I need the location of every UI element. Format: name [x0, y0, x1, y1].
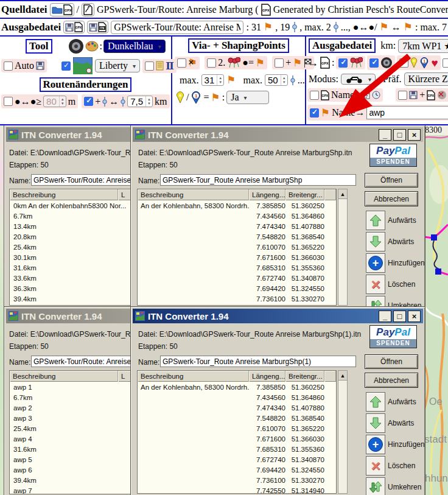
spin-down-icon[interactable]: ▼ — [219, 80, 222, 84]
table-row[interactable]: 7.54882051.368540 — [138, 231, 336, 242]
paypal-donate-button[interactable]: PayPal SPENDEN — [369, 325, 417, 348]
max-flags-stepper[interactable]: 31 ▲▼ — [201, 74, 225, 86]
move-up-button[interactable] — [366, 211, 385, 230]
table-row[interactable]: 20.8km — [10, 231, 131, 242]
table-row[interactable]: awp 4 — [10, 434, 131, 444]
table-row[interactable]: 30.1km — [10, 252, 131, 262]
praef-select[interactable]: Kürzere Z — [404, 72, 448, 86]
table-row[interactable]: awp 6 — [10, 465, 131, 475]
gpx-name-date-checkbox[interactable] — [310, 91, 319, 100]
table-row[interactable]: 7.73610051.330270 — [138, 475, 336, 485]
waypoint-prefix-input[interactable] — [366, 106, 448, 119]
km-select[interactable]: 7km WP1 ★ — [398, 39, 448, 53]
minimize-button[interactable]: _ — [379, 129, 391, 141]
table-row[interactable]: 7.67274051.340870 — [138, 454, 336, 465]
titlebar[interactable]: ITN Converter 1.94 _ □ × — [133, 309, 423, 323]
route-name-input[interactable] — [160, 356, 356, 367]
cancel-button[interactable]: Abbrechen — [365, 373, 418, 388]
save-gpx-button[interactable]: GPX — [63, 21, 85, 33]
list-checkbox[interactable] — [145, 61, 154, 71]
table-row[interactable]: 7.69442051.324550 — [138, 465, 336, 475]
waypoint-list[interactable]: Beschreibung L 0km An der Kohlenbahn5830… — [9, 189, 131, 306]
table-row[interactable]: 7.54882051.368540 — [138, 413, 336, 423]
tire-checkbox[interactable] — [369, 58, 379, 68]
open-button[interactable]: Öffnen — [365, 173, 418, 188]
table-row[interactable]: 7.61007051.365220 — [138, 242, 336, 252]
pins-heart-checkbox[interactable] — [399, 58, 408, 68]
second-pins-checkbox[interactable] — [207, 58, 216, 68]
map-strip[interactable]: 8300 Oe stadt hhun — [424, 124, 448, 495]
maximize-button[interactable]: □ — [393, 129, 406, 141]
shaping-interval-stepper[interactable]: 7,5 ▲▼ — [127, 96, 153, 107]
table-row[interactable]: 7.68531051.355360 — [138, 444, 336, 454]
table-row[interactable]: 6.7km — [10, 392, 131, 402]
add-button[interactable]: + — [366, 435, 385, 454]
table-row[interactable]: 31.6km — [10, 444, 131, 454]
minimize-button[interactable]: _ — [379, 311, 391, 322]
route-file-button[interactable] — [82, 3, 94, 16]
scrollbar[interactable]: ▲ — [338, 370, 348, 494]
table-row[interactable]: 7.47434051.407880 — [138, 402, 336, 413]
table-row[interactable]: 31.6km — [10, 262, 131, 273]
add-finish-checkbox[interactable] — [275, 58, 284, 68]
spin-down-icon[interactable]: ▼ — [147, 102, 151, 105]
extra-checkbox[interactable] — [443, 58, 448, 68]
column-laengengrad[interactable]: Längeng... — [249, 371, 285, 382]
open-button[interactable]: Öffnen — [365, 354, 418, 369]
shaping-interval-checkbox[interactable] — [84, 97, 93, 106]
spin-up-icon[interactable]: ▲ — [61, 97, 65, 101]
table-row[interactable]: awp 7 — [10, 485, 131, 494]
delete-button[interactable]: × — [366, 275, 385, 294]
move-down-button[interactable] — [366, 232, 385, 251]
name-prefix-checkbox[interactable] — [310, 108, 319, 118]
table-row[interactable]: 7.74255051.314940 — [138, 485, 336, 494]
map-button[interactable] — [73, 57, 93, 74]
table-row[interactable]: 36.3km — [10, 283, 131, 293]
pins-checkbox[interactable] — [338, 58, 348, 68]
column-laengengrad[interactable]: L — [118, 189, 131, 200]
table-row[interactable]: 7.68531051.355360 — [138, 262, 336, 273]
add-button[interactable]: + — [366, 253, 385, 273]
color-select[interactable]: Dunkelblau ▾ — [103, 40, 166, 53]
column-beschreibung[interactable]: Beschreibung — [138, 189, 249, 200]
table-row[interactable]: 7.73610051.330270 — [138, 293, 336, 304]
auto-checkbox[interactable] — [4, 61, 13, 71]
table-row[interactable]: 39.4km — [10, 293, 131, 304]
open-gpx-button[interactable]: GPX — [50, 3, 74, 16]
column-beschreibung[interactable]: Beschreibung — [10, 371, 118, 382]
close-button[interactable]: × — [408, 129, 421, 141]
waypoint-table[interactable]: Beschreibung Längeng... Breitengr... An … — [137, 370, 337, 494]
table-header[interactable]: Beschreibung Längeng... Breitengr... — [138, 189, 336, 200]
table-row[interactable]: 7.43456051.364860 — [138, 392, 336, 402]
spin-up-icon[interactable]: ▲ — [282, 76, 286, 80]
close-button[interactable]: × — [408, 311, 421, 322]
column-beschreibung[interactable]: Beschreibung — [138, 371, 249, 382]
table-row[interactable]: awp 1 — [10, 382, 131, 392]
cancel-button[interactable]: Abbrechen — [365, 191, 418, 206]
route-name-input[interactable] — [160, 174, 356, 186]
table-row[interactable]: An der Kohlenbahn, 58300 Nordrh...7.3858… — [138, 382, 336, 392]
table-row[interactable]: 7.67160051.366030 — [138, 252, 336, 262]
reverse-button[interactable] — [366, 477, 385, 495]
spin-up-icon[interactable]: ▲ — [147, 97, 151, 101]
table-row[interactable]: An der Kohlenbahn, 58300 Nordrh...7.3858… — [138, 200, 336, 211]
column-breitengrad[interactable]: Breitengr... — [285, 371, 324, 382]
table-row[interactable]: 7.69442051.324550 — [138, 283, 336, 293]
min-distance-checkbox[interactable] — [4, 97, 13, 106]
list-header[interactable]: Beschreibung L — [10, 371, 131, 382]
table-row[interactable]: 7.61007051.365220 — [138, 423, 336, 434]
scrollbar[interactable]: ▲ — [338, 189, 348, 306]
table-row[interactable]: 33.6km — [10, 273, 131, 283]
column-laengengrad[interactable]: L — [118, 371, 131, 382]
style-select[interactable]: Liberty ▾ — [95, 59, 140, 72]
waypoint-list[interactable]: Beschreibung L awp 16.7kmawp 2awp 325.4k… — [9, 370, 131, 494]
table-row[interactable]: 13.4km — [10, 221, 131, 231]
table-row[interactable]: awp 3 — [10, 413, 131, 423]
table-row[interactable]: 7.43456051.364860 — [138, 211, 336, 221]
column-breitengrad[interactable]: Breitengr... — [285, 189, 324, 200]
table-row[interactable]: 0km An der Kohlenbahn58300 Nor... — [10, 200, 131, 211]
window-itn-converter-4[interactable]: ITN Converter 1.94 _ □ × Datei: E:\Downl… — [130, 306, 425, 495]
spin-down-icon[interactable]: ▼ — [282, 80, 286, 84]
column-laengengrad[interactable]: Längeng... — [249, 189, 285, 200]
table-row[interactable]: 7.67160051.366030 — [138, 434, 336, 444]
